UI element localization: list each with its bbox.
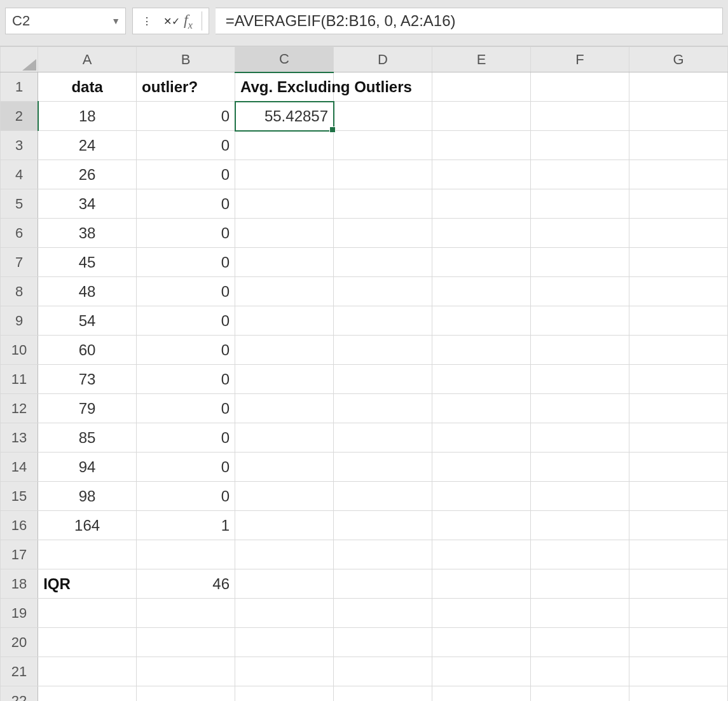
cell-G9[interactable] — [629, 306, 727, 336]
cell-E18[interactable] — [432, 569, 531, 599]
row-header[interactable]: 16 — [1, 511, 38, 540]
cell-E14[interactable] — [432, 453, 531, 482]
cell-D5[interactable] — [334, 189, 432, 219]
cell-B16[interactable]: 1 — [137, 511, 235, 540]
cell-F17[interactable] — [530, 540, 629, 569]
row-header[interactable]: 19 — [1, 599, 38, 628]
row-header[interactable]: 7 — [1, 248, 38, 277]
cell-C18[interactable] — [235, 569, 334, 599]
cell-B1[interactable]: outlier? — [137, 72, 235, 102]
cell-G2[interactable] — [629, 102, 727, 131]
cell-G22[interactable] — [629, 686, 727, 702]
row-header[interactable]: 9 — [1, 306, 38, 336]
cell-B15[interactable]: 0 — [137, 482, 235, 511]
cell-F16[interactable] — [530, 511, 629, 540]
cell-D4[interactable] — [334, 160, 432, 189]
cell-A11[interactable]: 73 — [38, 365, 137, 394]
cell-C14[interactable] — [235, 453, 334, 482]
cell-G6[interactable] — [629, 219, 727, 248]
cell-B22[interactable] — [137, 686, 235, 702]
cell-F3[interactable] — [530, 131, 629, 160]
cell-A20[interactable] — [38, 628, 137, 657]
cell-C21[interactable] — [235, 657, 334, 686]
cell-F15[interactable] — [530, 482, 629, 511]
cell-F12[interactable] — [530, 394, 629, 423]
cell-E1[interactable] — [432, 72, 531, 102]
cell-C17[interactable] — [235, 540, 334, 569]
cell-E22[interactable] — [432, 686, 531, 702]
cell-A6[interactable]: 38 — [38, 219, 137, 248]
cell-C2[interactable]: 55.42857 — [235, 102, 334, 131]
row-header[interactable]: 20 — [1, 628, 38, 657]
row-header[interactable]: 5 — [1, 189, 38, 219]
fx-icon[interactable]: fx — [180, 11, 202, 31]
cell-A16[interactable]: 164 — [38, 511, 137, 540]
cell-D20[interactable] — [334, 628, 432, 657]
chevron-down-icon[interactable]: ▼ — [111, 16, 120, 26]
cell-D3[interactable] — [334, 131, 432, 160]
cell-G10[interactable] — [629, 336, 727, 365]
cell-B19[interactable] — [137, 599, 235, 628]
cell-C12[interactable] — [235, 394, 334, 423]
col-header-B[interactable]: B — [137, 47, 235, 72]
cell-C19[interactable] — [235, 599, 334, 628]
cell-A13[interactable]: 85 — [38, 423, 137, 453]
cell-A2[interactable]: 18 — [38, 102, 137, 131]
cell-C9[interactable] — [235, 306, 334, 336]
cell-A8[interactable]: 48 — [38, 277, 137, 306]
cell-A9[interactable]: 54 — [38, 306, 137, 336]
cell-A4[interactable]: 26 — [38, 160, 137, 189]
cell-D6[interactable] — [334, 219, 432, 248]
cell-C5[interactable] — [235, 189, 334, 219]
cell-B3[interactable]: 0 — [137, 131, 235, 160]
cell-B9[interactable]: 0 — [137, 306, 235, 336]
cell-D9[interactable] — [334, 306, 432, 336]
col-header-A[interactable]: A — [38, 47, 137, 72]
cell-E15[interactable] — [432, 482, 531, 511]
row-header[interactable]: 15 — [1, 482, 38, 511]
cell-A21[interactable] — [38, 657, 137, 686]
row-header[interactable]: 1 — [1, 72, 38, 102]
cell-C7[interactable] — [235, 248, 334, 277]
cell-F2[interactable] — [530, 102, 629, 131]
cell-G3[interactable] — [629, 131, 727, 160]
cell-E17[interactable] — [432, 540, 531, 569]
cell-G11[interactable] — [629, 365, 727, 394]
cell-E3[interactable] — [432, 131, 531, 160]
row-header[interactable]: 3 — [1, 131, 38, 160]
cell-G20[interactable] — [629, 628, 727, 657]
row-header[interactable]: 10 — [1, 336, 38, 365]
cell-B10[interactable]: 0 — [137, 336, 235, 365]
cell-D17[interactable] — [334, 540, 432, 569]
cell-B14[interactable]: 0 — [137, 453, 235, 482]
cell-F21[interactable] — [530, 657, 629, 686]
cell-C6[interactable] — [235, 219, 334, 248]
cell-A1[interactable]: data — [38, 72, 137, 102]
cell-G19[interactable] — [629, 599, 727, 628]
cell-E19[interactable] — [432, 599, 531, 628]
row-header[interactable]: 13 — [1, 423, 38, 453]
cell-F22[interactable] — [530, 686, 629, 702]
row-header[interactable]: 22 — [1, 686, 38, 702]
cell-F4[interactable] — [530, 160, 629, 189]
cell-A14[interactable]: 94 — [38, 453, 137, 482]
cell-D8[interactable] — [334, 277, 432, 306]
cell-F9[interactable] — [530, 306, 629, 336]
cell-B21[interactable] — [137, 657, 235, 686]
cell-E10[interactable] — [432, 336, 531, 365]
row-header[interactable]: 17 — [1, 540, 38, 569]
cell-D14[interactable] — [334, 453, 432, 482]
cell-C22[interactable] — [235, 686, 334, 702]
select-all-corner[interactable] — [1, 47, 38, 72]
cell-C20[interactable] — [235, 628, 334, 657]
cell-B18[interactable]: 46 — [137, 569, 235, 599]
cell-G16[interactable] — [629, 511, 727, 540]
cell-E6[interactable] — [432, 219, 531, 248]
cell-G14[interactable] — [629, 453, 727, 482]
cell-G1[interactable] — [629, 72, 727, 102]
cell-D13[interactable] — [334, 423, 432, 453]
cell-E21[interactable] — [432, 657, 531, 686]
row-header[interactable]: 4 — [1, 160, 38, 189]
cell-D12[interactable] — [334, 394, 432, 423]
cell-F1[interactable] — [530, 72, 629, 102]
